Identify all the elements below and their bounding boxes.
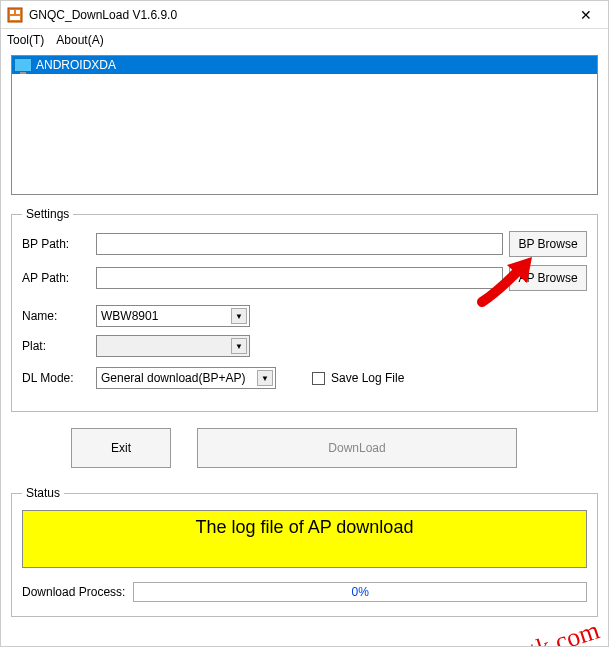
ap-path-label: AP Path:	[22, 271, 90, 285]
name-combo[interactable]: WBW8901 ▼	[96, 305, 250, 327]
exit-button-label: Exit	[111, 441, 131, 455]
menu-tool[interactable]: Tool(T)	[7, 33, 44, 47]
name-row: Name: WBW8901 ▼	[22, 305, 587, 327]
download-button[interactable]: DownLoad	[197, 428, 517, 468]
chevron-down-icon: ▼	[257, 370, 273, 386]
titlebar: GNQC_DownLoad V1.6.9.0 ✕	[1, 1, 608, 29]
status-message-box: The log file of AP download	[22, 510, 587, 568]
menubar: Tool(T) About(A)	[1, 29, 608, 51]
svg-rect-3	[10, 16, 20, 20]
settings-legend: Settings	[22, 207, 73, 221]
chevron-down-icon: ▼	[231, 338, 247, 354]
window-title: GNQC_DownLoad V1.6.9.0	[29, 8, 564, 22]
bp-browse-button[interactable]: BP Browse	[509, 231, 587, 257]
ap-path-row: AP Path: AP Browse	[22, 265, 587, 291]
name-label: Name:	[22, 309, 90, 323]
device-list[interactable]: ANDROIDXDA	[11, 55, 598, 195]
ap-browse-button[interactable]: AP Browse	[509, 265, 587, 291]
name-combo-value: WBW8901	[101, 309, 158, 323]
savelog-wrap[interactable]: Save Log File	[312, 371, 404, 385]
content-area: ANDROIDXDA Settings BP Path: BP Browse A…	[1, 51, 608, 627]
download-process-row: Download Process: 0%	[22, 582, 587, 602]
settings-group: Settings BP Path: BP Browse AP Path: AP …	[11, 207, 598, 412]
close-icon: ✕	[580, 7, 592, 23]
device-list-item[interactable]: ANDROIDXDA	[12, 56, 597, 74]
action-button-row: Exit DownLoad	[71, 428, 598, 468]
dlmode-combo[interactable]: General download(BP+AP) ▼	[96, 367, 276, 389]
download-progress-value: 0%	[134, 583, 586, 601]
dlmode-row: DL Mode: General download(BP+AP) ▼ Save …	[22, 367, 587, 389]
plat-row: Plat: ▼	[22, 335, 587, 357]
dlmode-label: DL Mode:	[22, 371, 90, 385]
bp-path-row: BP Path: BP Browse	[22, 231, 587, 257]
download-process-label: Download Process:	[22, 585, 125, 599]
plat-combo: ▼	[96, 335, 250, 357]
app-icon	[7, 7, 23, 23]
svg-rect-1	[10, 10, 14, 14]
status-group: Status The log file of AP download Downl…	[11, 486, 598, 617]
download-button-label: DownLoad	[328, 441, 385, 455]
savelog-label: Save Log File	[331, 371, 404, 385]
monitor-icon	[14, 58, 32, 72]
device-name: ANDROIDXDA	[36, 58, 116, 72]
bp-path-input[interactable]	[96, 233, 503, 255]
download-progress-bar: 0%	[133, 582, 587, 602]
status-message: The log file of AP download	[196, 517, 414, 538]
status-legend: Status	[22, 486, 64, 500]
chevron-down-icon: ▼	[231, 308, 247, 324]
close-button[interactable]: ✕	[564, 1, 608, 29]
plat-label: Plat:	[22, 339, 90, 353]
menu-about[interactable]: About(A)	[56, 33, 103, 47]
ap-path-input[interactable]	[96, 267, 503, 289]
exit-button[interactable]: Exit	[71, 428, 171, 468]
svg-rect-2	[16, 10, 20, 14]
dlmode-combo-value: General download(BP+AP)	[101, 371, 245, 385]
savelog-checkbox[interactable]	[312, 372, 325, 385]
bp-path-label: BP Path:	[22, 237, 90, 251]
